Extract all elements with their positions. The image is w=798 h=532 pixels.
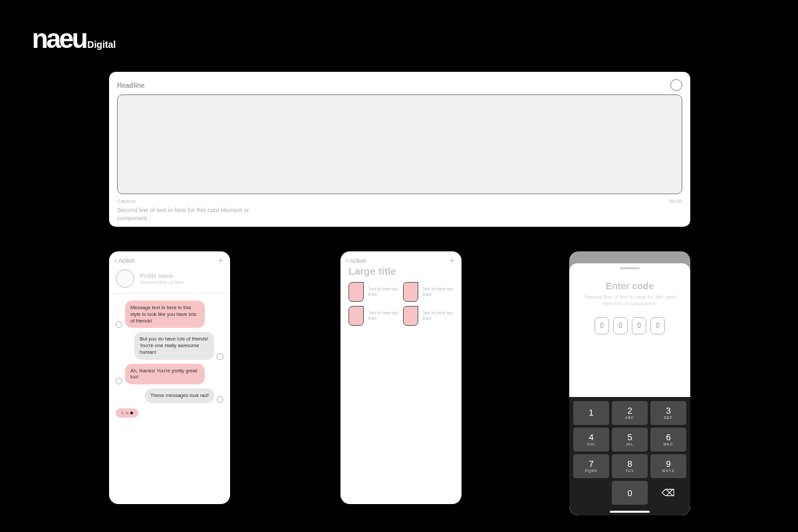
add-button[interactable]: + [218, 258, 223, 263]
chevron-left-icon: ‹ [114, 257, 117, 264]
keypad-key-3[interactable]: 3DEF [650, 401, 686, 425]
message-bubble: These messages look rad! [145, 388, 214, 403]
tile-item[interactable]: Text in here two lines [348, 306, 399, 326]
add-button[interactable]: + [450, 258, 455, 263]
back-button[interactable]: ‹ Action [114, 257, 135, 264]
phone-chat: ‹ Action + Profile name Second line of t… [109, 251, 230, 504]
keypad-blank [573, 481, 609, 505]
home-indicator[interactable] [610, 511, 650, 513]
message-list: Message text in here in this style to lo… [109, 294, 230, 424]
keypad-key-8[interactable]: 8TUV [612, 454, 648, 478]
large-title: Large title [340, 265, 462, 282]
message-row: But you do have lots of friends! You're … [116, 332, 223, 359]
logo-mark-icon [116, 43, 120, 47]
phone-grid: ‹ Action + Large title Text in here two … [340, 251, 462, 504]
message-bubble: Message text in here in this style to lo… [125, 301, 205, 328]
keypad-key-5[interactable]: 5JKL [612, 428, 648, 452]
profile-sub: Second line of text [140, 279, 184, 285]
phone-code: Enter code Second line of text in here f… [569, 251, 690, 515]
back-label: Action [350, 257, 366, 264]
backspace-icon: ⌫ [662, 487, 675, 498]
message-row: These messages look rad! [116, 388, 223, 403]
bottom-sheet: Enter code Second line of text in here f… [569, 263, 690, 515]
back-button[interactable]: ‹ Action [346, 257, 366, 264]
tile-item[interactable]: Text in here two lines [403, 282, 454, 302]
message-row: Message text in here in this style to lo… [116, 301, 223, 328]
logo-suffix: Digital [87, 39, 116, 50]
card-media-placeholder [117, 94, 682, 194]
card-timestamp: 00:00 [669, 198, 682, 204]
code-digit[interactable]: 0 [650, 317, 665, 334]
sheet-grabber[interactable] [620, 267, 640, 269]
chevron-left-icon: ‹ [346, 257, 348, 264]
tile-thumb [348, 306, 364, 326]
logo-text: naeu [32, 25, 86, 52]
keypad-key-7[interactable]: 7PQRS [573, 454, 609, 478]
tile-item[interactable]: Text in here two lines [403, 306, 454, 326]
circle-icon[interactable] [670, 79, 682, 91]
avatar-dot-icon [116, 378, 122, 384]
code-input-group: 0 0 0 0 [577, 317, 682, 334]
message-row: Ah, thanks! You're pretty great too! [116, 364, 223, 385]
tile-text: Text in here two lines [422, 287, 454, 297]
tile-text: Text in here two lines [368, 311, 399, 321]
keypad-key-2[interactable]: 2ABC [612, 401, 648, 425]
brand-logo: naeu Digital [32, 25, 120, 52]
profile-name: Profile name [140, 273, 184, 279]
message-bubble: But you do have lots of friends! You're … [134, 332, 214, 359]
keypad-key-9[interactable]: 9WXYZ [650, 454, 686, 478]
tile-text: Text in here two lines [368, 287, 399, 297]
tile-thumb [403, 306, 418, 326]
tile-text: Text in here two lines [422, 311, 454, 321]
back-label: Action [118, 257, 135, 264]
card-subtitle: Second line of text in here for this car… [117, 207, 250, 222]
avatar-dot-icon [217, 353, 223, 360]
avatar-dot-icon [116, 321, 122, 328]
keypad-key-6[interactable]: 6MNO [650, 428, 686, 452]
message-bubble: Ah, thanks! You're pretty great too! [125, 364, 205, 385]
profile-header[interactable]: Profile name Second line of text [109, 269, 230, 294]
code-digit[interactable]: 0 [613, 317, 628, 334]
card-headline: Headline [117, 82, 145, 89]
avatar [116, 269, 134, 288]
tile-item[interactable]: Text in here two lines [348, 282, 399, 302]
keypad-delete[interactable]: ⌫ [650, 481, 686, 505]
tile-thumb [403, 282, 418, 302]
numeric-keypad: 1 2ABC 3DEF 4GHI 5JKL 6MNO 7PQRS 8TUV 9W… [569, 397, 690, 515]
tile-thumb [348, 282, 364, 302]
card-caption: Caption [117, 198, 136, 204]
wireframe-card: Headline Caption 00:00 Second line of te… [109, 72, 690, 227]
code-digit[interactable]: 0 [632, 317, 646, 334]
tile-grid: Text in here two lines Text in here two … [340, 282, 462, 326]
keypad-key-0[interactable]: 0 [612, 481, 648, 505]
typing-indicator [116, 408, 138, 418]
keypad-key-1[interactable]: 1 [573, 401, 609, 425]
keypad-key-4[interactable]: 4GHI [573, 428, 609, 452]
code-title: Enter code [577, 281, 682, 291]
code-digit[interactable]: 0 [595, 317, 609, 334]
code-subtitle: Second line of text in here for this car… [577, 294, 682, 308]
avatar-dot-icon [217, 396, 223, 403]
